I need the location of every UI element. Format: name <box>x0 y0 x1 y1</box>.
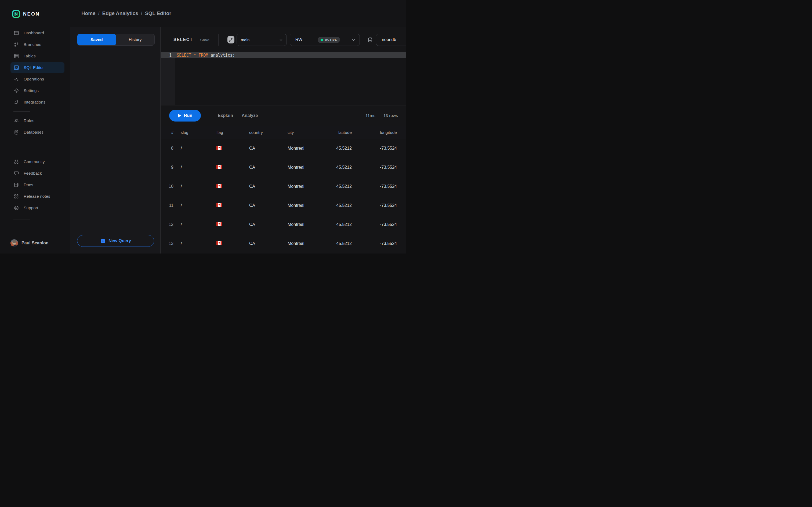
results-header-row: # slug flag country city latitude longit… <box>161 126 406 139</box>
tab-saved[interactable]: Saved <box>77 34 116 45</box>
save-query-button[interactable]: Save <box>200 38 209 42</box>
sidebar-item-label: SQL Editor <box>23 65 44 70</box>
table-row: 12 / CA Montreal 45.5212 -73.5524 <box>161 215 406 234</box>
sidebar-item-settings[interactable]: Settings <box>10 85 64 96</box>
cell-city: Montreal <box>284 222 333 227</box>
sidebar-item-label: Settings <box>23 88 39 93</box>
avatar <box>10 239 18 247</box>
sidebar-nav: Dashboard Branches Tables SQL Editor Ope… <box>0 27 70 223</box>
cell-flag <box>213 203 245 208</box>
canada-flag-icon <box>216 203 222 207</box>
sidebar-item-support[interactable]: Support <box>10 203 64 213</box>
sidebar-item-sql-editor[interactable]: SQL Editor <box>10 62 64 73</box>
tab-history[interactable]: History <box>116 34 155 45</box>
sidebar-item-label: Community <box>23 159 45 164</box>
database-select[interactable]: neondb <box>376 34 406 46</box>
sidebar-item-tables[interactable]: Tables <box>10 51 64 61</box>
compute-select-value: RW <box>295 37 302 42</box>
brand-logo[interactable]: NEON <box>0 0 70 18</box>
release-notes-icon <box>14 194 19 199</box>
column-header-longitude: longitude <box>352 130 397 135</box>
canada-flag-icon <box>216 146 222 150</box>
cell-latitude: 45.5212 <box>333 165 352 170</box>
sidebar-item-release-notes[interactable]: Release notes <box>10 191 64 202</box>
cell-country: CA <box>245 146 284 151</box>
cell-slug: / <box>177 165 213 170</box>
cell-country: CA <box>245 165 284 170</box>
sidebar-item-label: Roles <box>23 118 34 123</box>
sidebar-item-docs[interactable]: Docs <box>10 179 64 190</box>
breadcrumb-home[interactable]: Home <box>81 10 95 16</box>
sidebar-item-feedback[interactable]: Feedback <box>10 168 64 179</box>
neon-console: NEON Dashboard Branches Tables SQL Edito… <box>0 0 406 253</box>
cell-longitude: -73.5524 <box>352 184 397 189</box>
sidebar-item-label: Release notes <box>23 194 50 199</box>
cell-longitude: -73.5524 <box>352 241 397 246</box>
sql-code-editor[interactable]: 1 SELECT * FROM analytics; <box>161 52 406 105</box>
branch-select-value: main... <box>241 38 253 42</box>
docs-icon <box>14 182 19 187</box>
sidebar-item-label: Tables <box>23 54 36 58</box>
column-header-latitude: latitude <box>333 130 352 135</box>
checklist-icon <box>14 76 19 82</box>
table-row: 8 / CA Montreal 45.5212 -73.5524 <box>161 139 406 158</box>
sql-statement: SELECT * FROM analytics; <box>175 53 235 58</box>
query-stats: 11ms 13 rows <box>365 113 406 118</box>
breadcrumb-page[interactable]: SQL Editor <box>145 10 171 16</box>
cell-latitude: 45.5212 <box>333 203 352 208</box>
terminal-icon <box>14 65 19 70</box>
code-line-1[interactable]: 1 SELECT * FROM analytics; <box>161 52 406 58</box>
database-select-value: neondb <box>382 37 396 42</box>
cell-longitude: -73.5524 <box>352 165 397 170</box>
cell-flag <box>213 184 245 189</box>
sidebar-item-branches[interactable]: Branches <box>10 39 64 50</box>
row-index: 9 <box>161 158 177 177</box>
status-badge-label: ACTIVE <box>325 38 337 41</box>
cell-latitude: 45.5212 <box>333 222 352 227</box>
sidebar-item-integrations[interactable]: Integrations <box>10 97 64 108</box>
users-icon <box>14 118 19 123</box>
sidebar-item-roles[interactable]: Roles <box>10 115 64 126</box>
brand-wordmark: NEON <box>23 11 40 17</box>
cell-city: Montreal <box>284 165 333 170</box>
editor-gutter <box>161 58 175 105</box>
cell-slug: / <box>177 146 213 151</box>
compute-select[interactable]: RW ACTIVE <box>290 34 360 46</box>
explain-button[interactable]: Explain <box>218 113 233 118</box>
sidebar-item-label: Operations <box>23 77 44 81</box>
cell-longitude: -73.5524 <box>352 203 397 208</box>
chevron-down-icon <box>279 38 283 42</box>
canada-flag-icon <box>216 165 222 169</box>
integrations-icon <box>14 100 19 105</box>
breadcrumb-project[interactable]: Edge Analytics <box>102 10 138 16</box>
cell-city: Montreal <box>284 146 333 151</box>
new-query-button[interactable]: New Query <box>77 235 154 247</box>
sidebar-item-dashboard[interactable]: Dashboard <box>10 27 64 38</box>
sidebar-item-databases[interactable]: Databases <box>10 127 64 137</box>
branch-select[interactable]: main... <box>237 34 287 46</box>
user-name: Paul Scanlon <box>21 241 48 245</box>
cell-country: CA <box>245 203 284 208</box>
sidebar-item-operations[interactable]: Operations <box>10 74 64 84</box>
run-button[interactable]: Run <box>169 110 201 121</box>
cell-country: CA <box>245 184 284 189</box>
cell-country: CA <box>245 222 284 227</box>
row-index: 11 <box>161 196 177 215</box>
sidebar-item-label: Feedback <box>23 171 42 176</box>
neon-logo-icon <box>12 10 20 18</box>
saved-queries-panel: Saved History New Query <box>70 27 161 253</box>
column-header-index: # <box>161 126 177 139</box>
cell-latitude: 45.5212 <box>333 241 352 246</box>
sidebar-item-label: Docs <box>23 182 33 187</box>
cell-latitude: 45.5212 <box>333 184 352 189</box>
column-header-slug: slug <box>177 130 213 135</box>
top-bar: Home / Edge Analytics / SQL Editor <box>70 0 406 27</box>
query-toolbar: Run Explain Analyze 11ms 13 rows <box>161 105 406 126</box>
breadcrumb: Home / Edge Analytics / SQL Editor <box>81 10 171 16</box>
user-menu[interactable]: Paul Scanlon <box>10 239 48 247</box>
sidebar-divider <box>13 111 30 112</box>
table-row: 9 / CA Montreal 45.5212 -73.5524 <box>161 158 406 177</box>
line-number: 1 <box>161 53 175 58</box>
sidebar-item-community[interactable]: Community <box>10 156 64 167</box>
analyze-button[interactable]: Analyze <box>242 113 258 118</box>
